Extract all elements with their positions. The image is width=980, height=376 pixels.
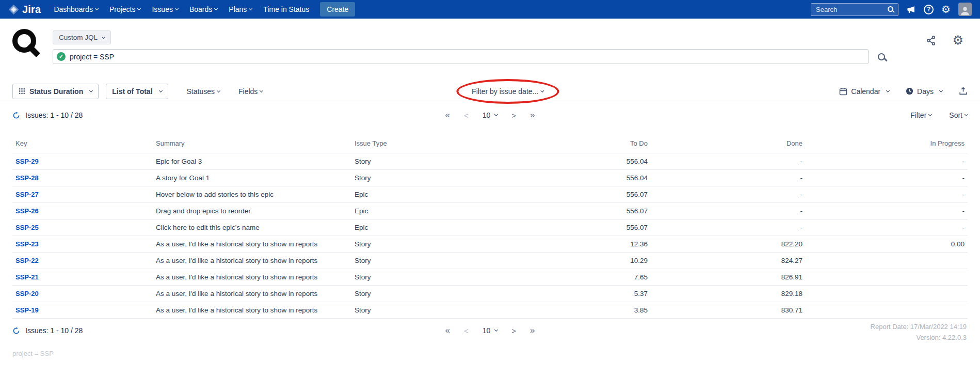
inprogress-value: - — [806, 186, 968, 203]
calendar-icon — [839, 87, 847, 96]
nav-projects[interactable]: Projects — [104, 0, 147, 19]
announcements-button[interactable] — [906, 5, 916, 14]
issue-date-filter-dropdown[interactable]: Filter by issue date... — [472, 87, 543, 96]
first-page-button[interactable]: « — [445, 110, 449, 120]
inprogress-value — [806, 286, 968, 302]
nav-issues[interactable]: Issues — [146, 0, 183, 19]
page-size-dropdown[interactable]: 10 — [483, 111, 498, 119]
fields-dropdown[interactable]: Fields — [238, 87, 263, 96]
chevron-down-icon — [540, 88, 544, 92]
jql-mode-button[interactable]: Custom JQL — [53, 30, 111, 44]
create-button[interactable]: Create — [320, 2, 355, 17]
issue-summary: As a user, I'd like a historical story t… — [153, 253, 351, 269]
done-value: 830.71 — [651, 302, 806, 319]
megaphone-icon — [906, 5, 916, 14]
next-page-button[interactable]: > — [511, 326, 516, 335]
issue-type: Epic — [351, 186, 506, 203]
page-size-dropdown[interactable]: 10 — [483, 326, 498, 335]
done-value: 829.18 — [651, 286, 806, 302]
chevron-down-icon — [95, 7, 99, 10]
done-value: - — [651, 153, 806, 170]
issue-key-link[interactable]: SSP-29 — [15, 158, 39, 165]
last-page-button[interactable]: » — [530, 325, 535, 336]
jql-input[interactable] — [53, 49, 869, 64]
jql-search-button[interactable] — [878, 53, 885, 60]
next-page-button[interactable]: > — [511, 111, 516, 120]
gear-icon: ⚙ — [941, 4, 951, 14]
issue-summary: Drag and drop epics to reorder — [153, 203, 351, 220]
chevron-down-icon — [158, 88, 162, 92]
export-button[interactable] — [959, 87, 968, 96]
help-button[interactable]: ? — [924, 5, 934, 14]
first-page-button[interactable]: « — [445, 325, 449, 336]
table-row: SSP-20 As a user, I'd like a historical … — [12, 286, 968, 302]
issue-key-link[interactable]: SSP-26 — [15, 207, 39, 215]
inprogress-value: - — [806, 220, 968, 236]
sort-dropdown[interactable]: Sort — [949, 111, 968, 119]
issue-type: Epic — [351, 220, 506, 236]
chevron-down-icon — [102, 35, 105, 38]
issue-key-link[interactable]: SSP-25 — [15, 224, 39, 231]
inprogress-value: - — [806, 170, 968, 186]
statuses-dropdown[interactable]: Statuses — [187, 87, 220, 96]
nav-dashboards[interactable]: Dashboards — [48, 0, 104, 19]
view-type-button[interactable]: Status Duration — [12, 84, 99, 99]
chevron-down-icon — [137, 7, 141, 10]
issue-summary: A story for Goal 1 — [153, 170, 351, 186]
search-icon[interactable] — [888, 6, 893, 12]
gear-icon: ⚙ — [952, 34, 963, 46]
calendar-dropdown[interactable]: Calendar — [839, 87, 889, 96]
issue-key-link[interactable]: SSP-21 — [15, 273, 39, 281]
issue-key-link[interactable]: SSP-19 — [15, 306, 39, 314]
todo-value: 556.07 — [506, 186, 651, 203]
jql-valid-icon: ✓ — [57, 52, 66, 61]
issue-summary: As a user, I'd like a historical story t… — [153, 236, 351, 253]
issue-summary: Epic for Goal 3 — [153, 153, 351, 170]
date-filter-wrap: Filter by issue date... — [472, 87, 543, 96]
issue-summary: As a user, I'd like a historical story t… — [153, 302, 351, 319]
refresh-button[interactable] — [12, 327, 20, 335]
chevron-down-icon — [249, 7, 252, 10]
filter-dropdown[interactable]: Filter — [910, 111, 931, 119]
col-header-todo: To Do — [506, 127, 651, 153]
list-type-button[interactable]: List of Total — [106, 84, 168, 99]
issue-type: Story — [351, 269, 506, 286]
col-header-key: Key — [12, 127, 153, 153]
table-row: SSP-22 As a user, I'd like a historical … — [12, 253, 968, 269]
issues-bar-bottom: Issues: 1 - 10 / 28 « < 10 > » Report Da… — [0, 319, 980, 342]
nav-boards[interactable]: Boards — [184, 0, 223, 19]
issue-key-link[interactable]: SSP-20 — [15, 290, 39, 297]
todo-value: 10.29 — [506, 253, 651, 269]
prev-page-button[interactable]: < — [464, 326, 469, 335]
chevron-down-icon — [886, 88, 890, 92]
issue-key-link[interactable]: SSP-28 — [15, 174, 39, 182]
last-page-button[interactable]: » — [530, 110, 535, 120]
table-row: SSP-27 Hover below to add stories to thi… — [12, 186, 968, 203]
table-row: SSP-28 A story for Goal 1 Story 556.04 -… — [12, 170, 968, 186]
settings-button[interactable]: ⚙ — [941, 4, 951, 14]
jql-echo-label: project = SSP — [12, 350, 968, 357]
issue-key-link[interactable]: SSP-22 — [15, 257, 39, 264]
issue-type: Story — [351, 170, 506, 186]
person-icon — [959, 5, 971, 16]
search-input[interactable] — [811, 3, 898, 16]
jira-logo[interactable]: Jira — [8, 4, 41, 15]
nav-plans[interactable]: Plans — [223, 0, 258, 19]
todo-value: 556.07 — [506, 220, 651, 236]
issues-table: Key Summary Issue Type To Do Done In Pro… — [12, 127, 968, 319]
issue-type: Epic — [351, 203, 506, 220]
time-unit-dropdown[interactable]: Days — [906, 87, 942, 96]
issue-key-link[interactable]: SSP-27 — [15, 191, 39, 198]
user-avatar[interactable] — [958, 3, 972, 16]
prev-page-button[interactable]: < — [464, 111, 469, 120]
col-header-done: Done — [651, 127, 806, 153]
nav-time-in-status[interactable]: Time in Status — [258, 0, 315, 19]
chevron-down-icon — [965, 113, 968, 116]
issue-key-link[interactable]: SSP-23 — [15, 240, 39, 248]
report-settings-button[interactable]: ⚙ — [952, 34, 963, 46]
share-button[interactable] — [926, 35, 937, 46]
report-info: Report Date: 17/Mar/2022 14:19 Version: … — [871, 321, 967, 343]
refresh-button[interactable] — [12, 112, 20, 119]
issue-type: Story — [351, 302, 506, 319]
todo-value: 556.07 — [506, 203, 651, 220]
